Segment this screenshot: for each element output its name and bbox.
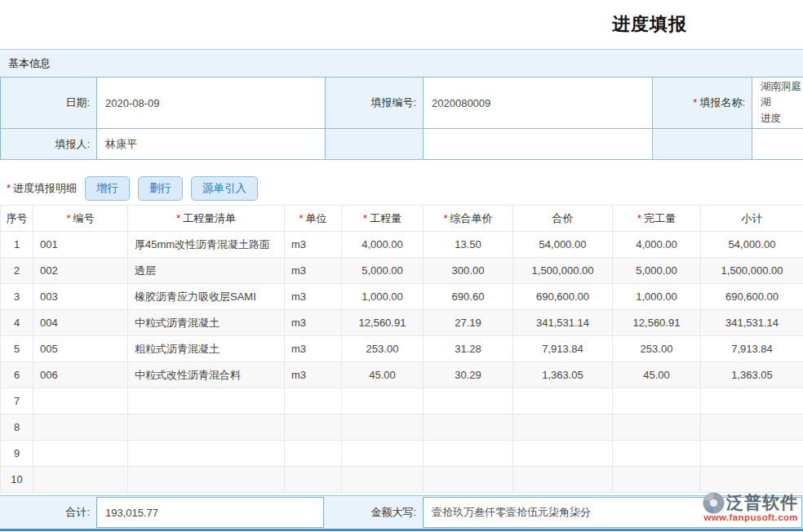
cell-boq-item[interactable] bbox=[128, 415, 285, 441]
cell-quantity[interactable] bbox=[342, 388, 424, 415]
cell-total-price[interactable] bbox=[513, 467, 613, 493]
required-asterisk: * bbox=[7, 182, 11, 194]
delete-row-button[interactable]: 删行 bbox=[138, 176, 183, 201]
cell-subtotal[interactable] bbox=[701, 467, 803, 493]
cell-completed-qty[interactable]: 1,000.00 bbox=[613, 284, 701, 310]
cell-unit-price[interactable]: 27.19 bbox=[424, 310, 513, 336]
cell-subtotal[interactable] bbox=[701, 415, 803, 441]
column-header-code: *编号 bbox=[33, 206, 128, 232]
cell-quantity[interactable]: 45.00 bbox=[342, 362, 424, 388]
cell-code[interactable]: 001 bbox=[33, 232, 128, 258]
column-header-boq-item: *工程量清单 bbox=[128, 206, 285, 232]
cell-quantity[interactable]: 1,000.00 bbox=[342, 284, 424, 310]
cell-unit-price[interactable] bbox=[424, 415, 513, 441]
cell-boq-item[interactable]: 中粒式沥青混凝土 bbox=[128, 310, 285, 336]
cell-index: 10 bbox=[1, 467, 33, 493]
cell-unit[interactable]: m3 bbox=[285, 362, 342, 388]
cell-subtotal[interactable]: 54,000.00 bbox=[701, 232, 803, 258]
cell-boq-item[interactable] bbox=[128, 441, 285, 467]
cell-subtotal[interactable]: 690,600.00 bbox=[701, 284, 803, 310]
cell-unit-price[interactable]: 31.28 bbox=[424, 336, 513, 362]
cell-unit[interactable]: m3 bbox=[285, 232, 342, 258]
cell-total-price[interactable]: 54,000.00 bbox=[513, 232, 613, 258]
total-field[interactable]: 193,015.77 bbox=[96, 497, 324, 528]
cell-completed-qty[interactable]: 45.00 bbox=[613, 362, 701, 388]
cell-completed-qty[interactable] bbox=[613, 467, 701, 493]
cell-quantity[interactable] bbox=[342, 467, 424, 493]
cell-boq-item[interactable]: 粗粒式沥青混凝土 bbox=[128, 336, 285, 362]
date-field[interactable]: 2020-08-09 bbox=[97, 78, 326, 129]
cell-unit-price[interactable] bbox=[424, 441, 513, 467]
table-row: 7 bbox=[1, 388, 803, 415]
cell-code[interactable]: 004 bbox=[33, 310, 128, 336]
cell-unit-price[interactable]: 30.29 bbox=[424, 362, 513, 388]
table-row: 9 bbox=[1, 441, 803, 467]
source-import-button[interactable]: 源单引入 bbox=[191, 176, 258, 201]
cell-unit[interactable]: m3 bbox=[285, 336, 342, 362]
cell-completed-qty[interactable] bbox=[613, 415, 701, 441]
cell-total-price[interactable] bbox=[513, 415, 613, 441]
cell-code[interactable] bbox=[33, 415, 128, 441]
cell-quantity[interactable] bbox=[342, 441, 424, 467]
cell-code[interactable] bbox=[33, 467, 128, 493]
cell-completed-qty[interactable]: 5,000.00 bbox=[613, 258, 701, 284]
cell-boq-item[interactable] bbox=[128, 467, 285, 493]
cell-unit[interactable] bbox=[285, 467, 342, 493]
cell-total-price[interactable]: 341,531.14 bbox=[513, 310, 613, 336]
cell-subtotal[interactable] bbox=[701, 441, 803, 467]
cell-total-price[interactable]: 690,600.00 bbox=[513, 284, 613, 310]
cell-unit-price[interactable]: 690.60 bbox=[424, 284, 513, 310]
cell-unit-price[interactable] bbox=[424, 467, 513, 493]
cell-code[interactable] bbox=[33, 388, 128, 415]
cell-completed-qty[interactable]: 12,560.91 bbox=[613, 310, 701, 336]
cell-subtotal[interactable]: 1,363.05 bbox=[701, 362, 803, 388]
cell-quantity[interactable]: 12,560.91 bbox=[342, 310, 424, 336]
cell-code[interactable]: 006 bbox=[33, 362, 128, 388]
cell-code[interactable]: 003 bbox=[33, 284, 128, 310]
cell-subtotal[interactable]: 7,913.84 bbox=[701, 336, 803, 362]
cell-quantity[interactable]: 4,000.00 bbox=[342, 232, 424, 258]
cell-boq-item[interactable] bbox=[128, 388, 285, 415]
cell-unit[interactable]: m3 bbox=[285, 258, 342, 284]
cell-subtotal[interactable]: 341,531.14 bbox=[701, 310, 803, 336]
cell-unit[interactable] bbox=[285, 441, 342, 467]
cell-completed-qty[interactable]: 4,000.00 bbox=[613, 232, 701, 258]
required-asterisk: * bbox=[443, 212, 447, 224]
cell-boq-item[interactable]: 透层 bbox=[128, 258, 285, 284]
cell-quantity[interactable]: 5,000.00 bbox=[342, 258, 424, 284]
cell-code[interactable] bbox=[33, 441, 128, 467]
cell-completed-qty[interactable]: 253.00 bbox=[613, 336, 701, 362]
cell-completed-qty[interactable] bbox=[613, 388, 701, 415]
required-asterisk: * bbox=[299, 212, 303, 224]
cell-boq-item[interactable]: 中粒式改性沥青混合料 bbox=[128, 362, 285, 388]
cell-unit[interactable] bbox=[285, 388, 342, 415]
add-row-button[interactable]: 增行 bbox=[85, 176, 130, 201]
cell-total-price[interactable]: 1,500,000.00 bbox=[513, 258, 613, 284]
cell-quantity[interactable]: 253.00 bbox=[342, 336, 424, 362]
reporter-field[interactable]: 林康平 bbox=[97, 129, 326, 160]
cell-boq-item[interactable]: 厚45mm改性沥青混凝土路面 bbox=[128, 232, 285, 258]
cell-boq-item[interactable]: 橡胶沥青应力吸收层SAMI bbox=[128, 284, 285, 310]
cell-unit-price[interactable]: 300.00 bbox=[424, 258, 513, 284]
cell-total-price[interactable] bbox=[513, 441, 613, 467]
table-row: 5005粗粒式沥青混凝土m3253.0031.287,913.84253.007… bbox=[1, 336, 803, 362]
report-name-field[interactable]: 湖南洞庭湖 进度 bbox=[752, 78, 803, 129]
cell-subtotal[interactable]: 1,500,000.00 bbox=[701, 258, 803, 284]
cell-unit-price[interactable] bbox=[424, 388, 513, 415]
report-no-field[interactable]: 2020080009 bbox=[424, 78, 653, 129]
cell-code[interactable]: 002 bbox=[33, 258, 128, 284]
cell-code[interactable]: 005 bbox=[33, 336, 128, 362]
cell-unit[interactable]: m3 bbox=[285, 284, 342, 310]
cell-unit-price[interactable]: 13.50 bbox=[424, 232, 513, 258]
cell-total-price[interactable]: 7,913.84 bbox=[513, 336, 613, 362]
cell-unit[interactable]: m3 bbox=[285, 310, 342, 336]
required-asterisk: * bbox=[693, 96, 697, 109]
cell-unit[interactable] bbox=[285, 415, 342, 441]
cell-total-price[interactable]: 1,363.05 bbox=[513, 362, 613, 388]
cell-total-price[interactable] bbox=[513, 388, 613, 415]
cell-completed-qty[interactable] bbox=[613, 441, 701, 467]
cell-index: 6 bbox=[1, 362, 33, 388]
cell-quantity[interactable] bbox=[342, 415, 424, 441]
cell-subtotal[interactable] bbox=[701, 388, 803, 415]
cell-index: 3 bbox=[1, 284, 33, 310]
